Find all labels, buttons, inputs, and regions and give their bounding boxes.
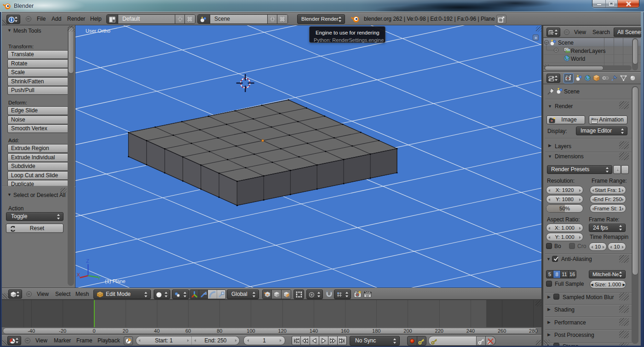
svg-text:Y: Y <box>98 275 101 281</box>
svg-text:Z: Z <box>86 258 89 264</box>
svg-text:X: X <box>77 272 80 278</box>
